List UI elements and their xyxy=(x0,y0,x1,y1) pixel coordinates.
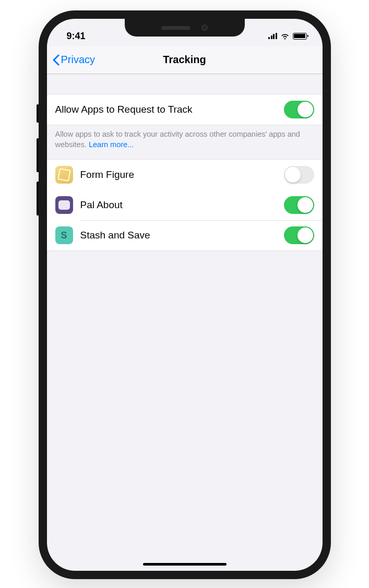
back-label: Privacy xyxy=(61,54,96,66)
app-row: SStash and Save xyxy=(47,220,323,251)
cellular-signal-icon xyxy=(268,33,277,39)
home-indicator[interactable] xyxy=(143,563,227,566)
tracking-description: Allow apps to ask to track your activity… xyxy=(47,125,323,152)
notch xyxy=(125,19,245,37)
allow-tracking-toggle[interactable] xyxy=(284,101,314,118)
nav-bar: Privacy Tracking xyxy=(47,46,323,74)
battery-icon xyxy=(293,33,307,40)
status-time: 9:41 xyxy=(67,31,86,42)
allow-tracking-row: Allow Apps to Request to Track xyxy=(47,94,323,125)
phone-frame: 9:41 Privacy Tracking Allow Apps t xyxy=(39,10,331,579)
app-label: Form Figure xyxy=(80,169,284,181)
page-title: Tracking xyxy=(163,54,206,66)
app-row: Pal About xyxy=(47,190,323,220)
back-button[interactable]: Privacy xyxy=(47,54,96,66)
app-row: Form Figure xyxy=(47,159,323,190)
screen: 9:41 Privacy Tracking Allow Apps t xyxy=(47,19,323,571)
app-tracking-toggle[interactable] xyxy=(284,196,314,214)
app-label: Stash and Save xyxy=(80,230,284,241)
app-icon: S xyxy=(55,226,73,244)
app-label: Pal About xyxy=(80,199,284,211)
app-tracking-toggle[interactable] xyxy=(284,226,314,244)
allow-tracking-label: Allow Apps to Request to Track xyxy=(55,104,284,115)
wifi-icon xyxy=(280,33,290,40)
chevron-left-icon xyxy=(52,54,59,66)
learn-more-link[interactable]: Learn more... xyxy=(89,140,134,149)
app-icon xyxy=(55,196,73,214)
app-tracking-toggle[interactable] xyxy=(284,166,314,184)
app-icon xyxy=(55,166,73,184)
